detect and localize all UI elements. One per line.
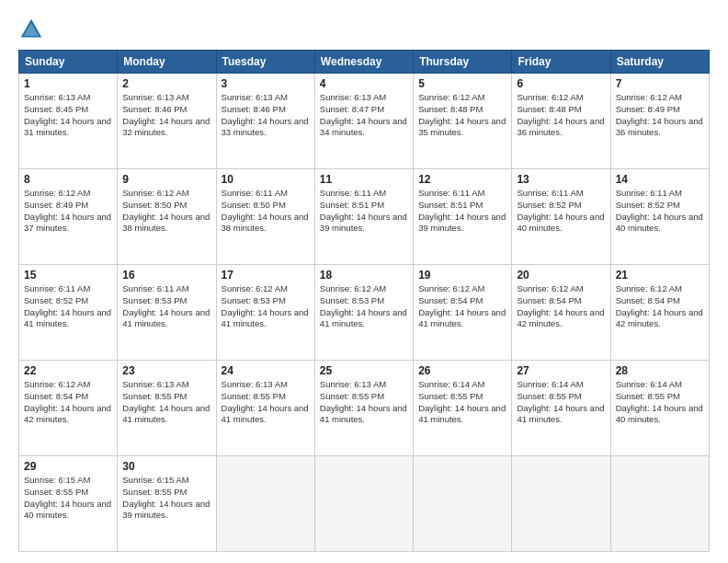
day-number: 28 [616, 364, 704, 377]
calendar-cell: 3Sunrise: 6:13 AMSunset: 8:46 PMDaylight… [216, 74, 314, 169]
day-info: Sunrise: 6:14 AMSunset: 8:55 PMDaylight:… [418, 379, 506, 426]
calendar-week-row: 8Sunrise: 6:12 AMSunset: 8:49 PMDaylight… [19, 169, 710, 265]
calendar-cell: 22Sunrise: 6:12 AMSunset: 8:54 PMDayligh… [19, 361, 118, 456]
day-number: 1 [24, 77, 112, 90]
day-info: Sunrise: 6:11 AMSunset: 8:51 PMDaylight:… [320, 188, 408, 235]
day-info: Sunrise: 6:12 AMSunset: 8:53 PMDaylight:… [222, 283, 310, 330]
calendar-cell: 25Sunrise: 6:13 AMSunset: 8:55 PMDayligh… [314, 361, 413, 456]
day-info: Sunrise: 6:11 AMSunset: 8:51 PMDaylight:… [418, 188, 506, 235]
day-number: 13 [517, 173, 605, 186]
calendar-cell [512, 456, 610, 552]
logo [18, 17, 50, 42]
day-info: Sunrise: 6:12 AMSunset: 8:50 PMDaylight:… [122, 188, 210, 235]
day-number: 25 [320, 364, 408, 377]
calendar-cell: 16Sunrise: 6:11 AMSunset: 8:53 PMDayligh… [118, 265, 216, 361]
day-number: 26 [418, 364, 506, 377]
day-number: 30 [122, 460, 210, 473]
day-number: 22 [24, 364, 112, 377]
day-number: 7 [616, 77, 704, 90]
day-number: 21 [616, 269, 704, 282]
calendar-header-row: SundayMondayTuesdayWednesdayThursdayFrid… [19, 51, 710, 74]
header [18, 17, 710, 42]
day-number: 27 [517, 364, 605, 377]
calendar-cell: 19Sunrise: 6:12 AMSunset: 8:54 PMDayligh… [414, 265, 512, 361]
day-info: Sunrise: 6:12 AMSunset: 8:54 PMDaylight:… [517, 283, 605, 330]
day-number: 6 [517, 77, 605, 90]
day-info: Sunrise: 6:11 AMSunset: 8:52 PMDaylight:… [24, 283, 112, 330]
day-info: Sunrise: 6:14 AMSunset: 8:55 PMDaylight:… [616, 379, 704, 426]
calendar-cell: 2Sunrise: 6:13 AMSunset: 8:46 PMDaylight… [118, 74, 216, 169]
calendar-header-sunday: Sunday [19, 51, 118, 74]
calendar-cell [414, 456, 512, 552]
calendar-cell: 18Sunrise: 6:12 AMSunset: 8:53 PMDayligh… [314, 265, 413, 361]
day-number: 12 [418, 173, 506, 186]
day-number: 9 [122, 173, 210, 186]
day-number: 17 [222, 269, 310, 282]
day-info: Sunrise: 6:13 AMSunset: 8:47 PMDaylight:… [320, 92, 408, 139]
calendar-cell: 14Sunrise: 6:11 AMSunset: 8:52 PMDayligh… [610, 169, 709, 265]
day-info: Sunrise: 6:13 AMSunset: 8:46 PMDaylight:… [122, 92, 210, 139]
calendar-header-saturday: Saturday [610, 51, 709, 74]
calendar-header-monday: Monday [118, 51, 216, 74]
day-number: 23 [122, 364, 210, 377]
calendar-cell: 1Sunrise: 6:13 AMSunset: 8:45 PMDaylight… [19, 74, 118, 169]
calendar-cell: 12Sunrise: 6:11 AMSunset: 8:51 PMDayligh… [414, 169, 512, 265]
calendar-week-row: 22Sunrise: 6:12 AMSunset: 8:54 PMDayligh… [19, 361, 710, 456]
day-info: Sunrise: 6:12 AMSunset: 8:54 PMDaylight:… [418, 283, 506, 330]
calendar-cell: 5Sunrise: 6:12 AMSunset: 8:48 PMDaylight… [414, 74, 512, 169]
day-number: 14 [616, 173, 704, 186]
calendar-cell: 29Sunrise: 6:15 AMSunset: 8:55 PMDayligh… [19, 456, 118, 552]
calendar-header-wednesday: Wednesday [314, 51, 413, 74]
calendar-cell: 20Sunrise: 6:12 AMSunset: 8:54 PMDayligh… [512, 265, 610, 361]
day-number: 3 [222, 77, 310, 90]
calendar-header-tuesday: Tuesday [216, 51, 314, 74]
day-info: Sunrise: 6:12 AMSunset: 8:53 PMDaylight:… [320, 283, 408, 330]
calendar-cell: 13Sunrise: 6:11 AMSunset: 8:52 PMDayligh… [512, 169, 610, 265]
day-info: Sunrise: 6:14 AMSunset: 8:55 PMDaylight:… [517, 379, 605, 426]
day-info: Sunrise: 6:11 AMSunset: 8:52 PMDaylight:… [616, 188, 704, 235]
day-number: 2 [122, 77, 210, 90]
calendar-header-friday: Friday [512, 51, 610, 74]
calendar-cell: 17Sunrise: 6:12 AMSunset: 8:53 PMDayligh… [216, 265, 314, 361]
calendar-cell: 28Sunrise: 6:14 AMSunset: 8:55 PMDayligh… [610, 361, 709, 456]
day-number: 4 [320, 77, 408, 90]
day-info: Sunrise: 6:13 AMSunset: 8:55 PMDaylight:… [222, 379, 310, 426]
calendar-cell: 6Sunrise: 6:12 AMSunset: 8:48 PMDaylight… [512, 74, 610, 169]
calendar-table: SundayMondayTuesdayWednesdayThursdayFrid… [18, 50, 710, 552]
day-number: 16 [122, 269, 210, 282]
day-info: Sunrise: 6:12 AMSunset: 8:48 PMDaylight:… [418, 92, 506, 139]
day-info: Sunrise: 6:13 AMSunset: 8:45 PMDaylight:… [24, 92, 112, 139]
day-info: Sunrise: 6:11 AMSunset: 8:52 PMDaylight:… [517, 188, 605, 235]
day-number: 8 [24, 173, 112, 186]
day-info: Sunrise: 6:15 AMSunset: 8:55 PMDaylight:… [122, 475, 210, 522]
calendar-cell: 24Sunrise: 6:13 AMSunset: 8:55 PMDayligh… [216, 361, 314, 456]
calendar-cell [314, 456, 413, 552]
day-number: 11 [320, 173, 408, 186]
calendar-cell: 7Sunrise: 6:12 AMSunset: 8:49 PMDaylight… [610, 74, 709, 169]
calendar-cell: 8Sunrise: 6:12 AMSunset: 8:49 PMDaylight… [19, 169, 118, 265]
calendar-cell: 11Sunrise: 6:11 AMSunset: 8:51 PMDayligh… [314, 169, 413, 265]
calendar-week-row: 29Sunrise: 6:15 AMSunset: 8:55 PMDayligh… [19, 456, 710, 552]
calendar-week-row: 15Sunrise: 6:11 AMSunset: 8:52 PMDayligh… [19, 265, 710, 361]
day-info: Sunrise: 6:13 AMSunset: 8:55 PMDaylight:… [122, 379, 210, 426]
calendar-cell: 4Sunrise: 6:13 AMSunset: 8:47 PMDaylight… [314, 74, 413, 169]
day-info: Sunrise: 6:13 AMSunset: 8:55 PMDaylight:… [320, 379, 408, 426]
calendar-cell: 23Sunrise: 6:13 AMSunset: 8:55 PMDayligh… [118, 361, 216, 456]
day-number: 10 [222, 173, 310, 186]
day-number: 20 [517, 269, 605, 282]
day-number: 29 [24, 460, 112, 473]
calendar-cell: 26Sunrise: 6:14 AMSunset: 8:55 PMDayligh… [414, 361, 512, 456]
day-info: Sunrise: 6:12 AMSunset: 8:48 PMDaylight:… [517, 92, 605, 139]
day-info: Sunrise: 6:13 AMSunset: 8:46 PMDaylight:… [222, 92, 310, 139]
calendar-week-row: 1Sunrise: 6:13 AMSunset: 8:45 PMDaylight… [19, 74, 710, 169]
day-info: Sunrise: 6:12 AMSunset: 8:49 PMDaylight:… [24, 188, 112, 235]
day-number: 5 [418, 77, 506, 90]
logo-icon [18, 17, 44, 42]
page: SundayMondayTuesdayWednesdayThursdayFrid… [0, 0, 728, 563]
day-number: 19 [418, 269, 506, 282]
calendar-cell: 9Sunrise: 6:12 AMSunset: 8:50 PMDaylight… [118, 169, 216, 265]
day-number: 24 [222, 364, 310, 377]
calendar-header-thursday: Thursday [414, 51, 512, 74]
day-info: Sunrise: 6:12 AMSunset: 8:49 PMDaylight:… [616, 92, 704, 139]
day-info: Sunrise: 6:12 AMSunset: 8:54 PMDaylight:… [24, 379, 112, 426]
